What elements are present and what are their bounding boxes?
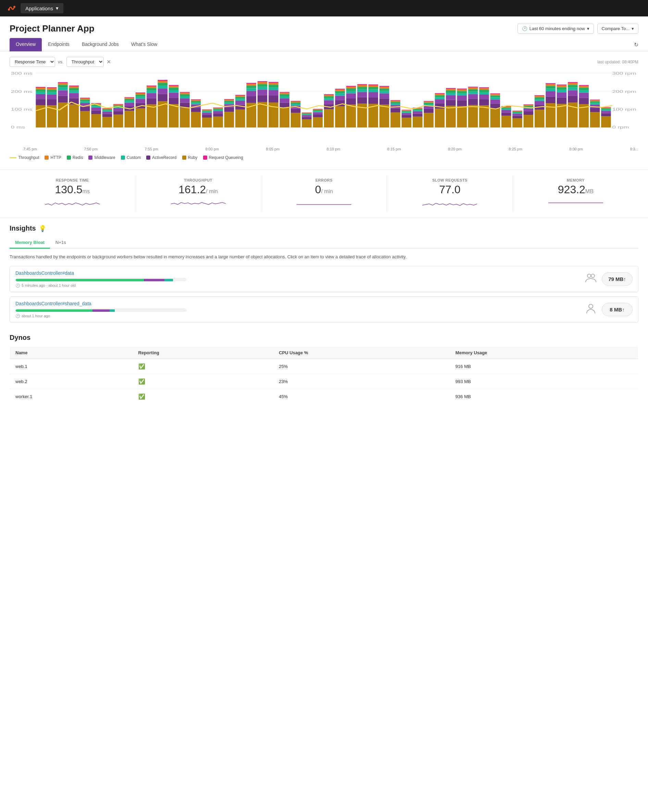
svg-point-382 <box>591 274 595 278</box>
dropdown-chevron-icon: ▾ <box>56 5 59 11</box>
insight-badge-1: 79 MB↑ <box>602 272 633 286</box>
redis-legend-color <box>67 156 71 160</box>
dynos-table-body: web.1 ✅ 25% 916 MB web.2 ✅ 23% 993 MB wo… <box>10 359 639 404</box>
table-row: worker.1 ✅ 45% 936 MB <box>10 389 639 404</box>
tab-overview[interactable]: Overview <box>9 38 42 51</box>
tab-endpoints[interactable]: Endpoints <box>42 38 75 51</box>
metric1-selector[interactable]: Response Time <box>9 57 55 67</box>
col-name: Name <box>10 346 133 359</box>
dyno-reporting-3: ✅ <box>133 389 274 404</box>
response-time-value: 130.5ms <box>14 184 131 195</box>
refresh-button[interactable]: ↻ <box>634 41 639 48</box>
insights-section: Insights 💡 Memory Bloat N+1s Transaction… <box>0 218 648 334</box>
dynos-title: Dynos <box>9 334 639 342</box>
slow-requests-label: SLOW REQUESTS <box>391 178 508 182</box>
insight-link-2[interactable]: DashboardsController#shared_data <box>15 301 91 306</box>
throughput-label: Throughput <box>18 155 39 160</box>
insight-badge-2: 8 MB↑ <box>602 303 633 316</box>
ruby-label: Ruby <box>188 155 198 160</box>
chart-controls: Response Time vs. Throughput ✕ last upda… <box>9 57 639 67</box>
bar-purple-2 <box>93 309 110 312</box>
bar-green-1 <box>15 279 144 281</box>
top-navigation: Applications ▾ <box>0 0 648 17</box>
dyno-name-1: web.1 <box>10 359 133 374</box>
bar-purple-1 <box>144 279 165 281</box>
errors-value: 0/ min <box>265 184 383 195</box>
throughput-sparkline <box>171 198 226 208</box>
vs-label: vs. <box>58 59 64 64</box>
memory-label: MEMORY <box>517 178 634 182</box>
http-label: HTTP <box>50 155 61 160</box>
applications-label: Applications <box>25 6 53 11</box>
clear-button[interactable]: ✕ <box>107 59 111 65</box>
memory-value: 923.2MB <box>517 184 634 195</box>
insight-time-1: 🕐 5 minutes ago · about 1 hour old <box>15 283 580 288</box>
user-icon <box>584 302 598 317</box>
col-reporting: Reporting <box>133 346 274 359</box>
legend-redis: Redis <box>67 155 83 160</box>
throughput-metric-value: 161.2/ min <box>139 184 256 195</box>
svg-point-381 <box>587 274 591 278</box>
page-header: Project Planner App 🕐 Last 60 minutes en… <box>0 17 648 38</box>
middleware-label: Middleware <box>94 155 115 160</box>
ruby-legend-color <box>182 156 186 160</box>
metric-response-time: RESPONSE TIME 130.5ms <box>9 176 135 212</box>
compare-dropdown-icon: ▾ <box>631 26 634 31</box>
insights-header: Insights 💡 <box>9 224 639 232</box>
reporting-check-icon-3: ✅ <box>138 394 145 400</box>
slow-requests-value: 77.0 <box>391 184 508 195</box>
insights-tabs: Memory Bloat N+1s <box>9 237 639 249</box>
reporting-check-icon-2: ✅ <box>138 379 145 385</box>
response-time-label: RESPONSE TIME <box>14 178 131 182</box>
bar-teal-2 <box>110 309 115 312</box>
applications-dropdown[interactable]: Applications ▾ <box>21 3 63 13</box>
throughput-legend-color <box>9 157 17 158</box>
insight-item-1[interactable]: DashboardsController#data 🕐 5 minutes ag… <box>9 266 639 292</box>
tab-n-plus-1[interactable]: N+1s <box>50 237 72 249</box>
bars-overlay <box>9 70 639 145</box>
table-row: web.1 ✅ 25% 916 MB <box>10 359 639 374</box>
header-controls: 🕐 Last 60 minutes ending now ▾ Compare T… <box>517 24 639 34</box>
dyno-cpu-2: 23% <box>273 374 450 389</box>
time-dropdown-icon: ▾ <box>587 26 589 31</box>
custom-label: Custom <box>127 155 141 160</box>
tab-memory-bloat[interactable]: Memory Bloat <box>9 237 50 249</box>
insights-description: Transactions handled by the endpoints or… <box>9 253 639 260</box>
dyno-memory-3: 936 MB <box>450 389 639 404</box>
dyno-cpu-3: 45% <box>273 389 450 404</box>
dyno-memory-2: 993 MB <box>450 374 639 389</box>
table-row: web.2 ✅ 23% 993 MB <box>10 374 639 389</box>
reporting-check-icon-1: ✅ <box>138 363 145 369</box>
chart-time-labels: 7:45 pm 7:50 pm 7:55 pm 8:00 pm 8:05 pm … <box>9 146 639 154</box>
tab-whats-slow[interactable]: What's Slow <box>125 38 164 51</box>
dyno-reporting-2: ✅ <box>133 374 274 389</box>
clock-small-icon-2: 🕐 <box>15 314 20 318</box>
metric2-selector[interactable]: Throughput <box>66 57 104 67</box>
sub-navigation: Overview Endpoints Background Jobs What'… <box>0 38 648 51</box>
activerecord-legend-color <box>146 156 150 160</box>
col-memory: Memory Usage <box>450 346 639 359</box>
insight-item-2[interactable]: DashboardsController#shared_data 🕐 about… <box>9 296 639 323</box>
insight-link-1[interactable]: DashboardsController#data <box>15 270 74 276</box>
legend-http: HTTP <box>44 155 61 160</box>
http-legend-color <box>44 156 49 160</box>
errors-label: ERRORS <box>265 178 383 182</box>
legend-request-queueing: Request Queueing <box>203 155 243 160</box>
slow-requests-sparkline <box>422 198 477 208</box>
chart-legend: Throughput HTTP Redis Middleware Custom … <box>9 154 639 164</box>
compare-selector-button[interactable]: Compare To... ▾ <box>597 24 639 34</box>
time-selector-button[interactable]: 🕐 Last 60 minutes ending now ▾ <box>517 24 594 34</box>
metrics-row: RESPONSE TIME 130.5ms THROUGHPUT 161.2/ … <box>0 169 648 218</box>
response-time-sparkline <box>45 198 100 208</box>
dyno-memory-1: 916 MB <box>450 359 639 374</box>
custom-legend-color <box>121 156 125 160</box>
lightbulb-icon: 💡 <box>39 225 46 232</box>
insight-item-1-main: DashboardsController#data 🕐 5 minutes ag… <box>15 270 580 288</box>
metric-slow-requests: SLOW REQUESTS 77.0 <box>387 176 513 212</box>
legend-activerecord: ActiveRecord <box>146 155 176 160</box>
chart-section: Response Time vs. Throughput ✕ last upda… <box>0 51 648 169</box>
request-queueing-legend-color <box>203 156 207 160</box>
svg-point-2 <box>13 6 15 8</box>
memory-sparkline <box>548 198 603 208</box>
tab-background-jobs[interactable]: Background Jobs <box>76 38 125 51</box>
